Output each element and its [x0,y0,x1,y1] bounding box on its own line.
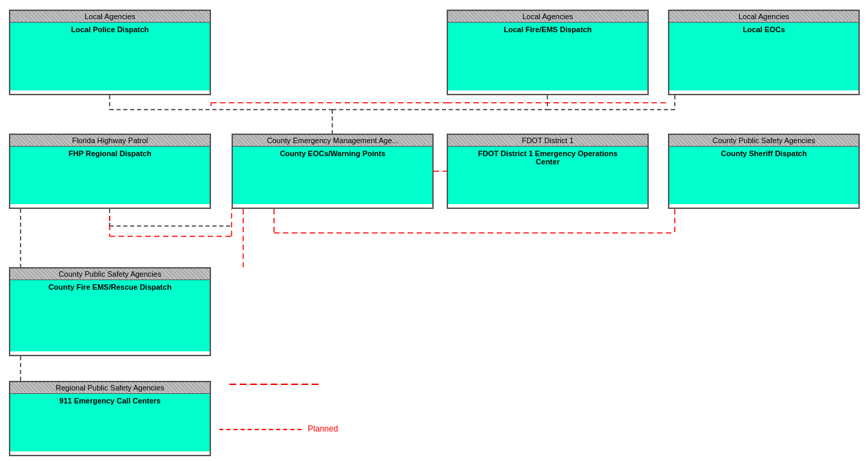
node-local-eocs-header: Local Agencies [669,11,858,23]
node-local-fire: Local Agencies Local Fire/EMS Dispatch [447,10,649,95]
node-local-fire-header: Local Agencies [448,11,647,23]
node-local-police-body: Local Police Dispatch [10,23,210,90]
node-local-eocs-body: Local EOCs [669,23,858,90]
node-fhp-body: FHP Regional Dispatch [10,147,210,204]
node-local-eocs: Local Agencies Local EOCs [668,10,860,95]
node-fhp: Florida Highway Patrol FHP Regional Disp… [9,134,211,209]
node-county-ema-body: County EOCs/Warning Points [233,147,432,204]
node-local-police: Local Agencies Local Police Dispatch [9,10,211,95]
node-regional-psa-body: 911 Emergency Call Centers [10,394,210,451]
node-county-psa-body: County Sheriff Dispatch [669,147,858,204]
node-regional-psa: Regional Public Safety Agencies 911 Emer… [9,381,211,456]
node-fhp-header: Florida Highway Patrol [10,135,210,147]
legend-line [219,429,301,430]
node-county-fire-body: County Fire EMS/Rescue Dispatch [10,280,210,351]
node-fdot: FDOT District 1 FDOT District 1 Emergenc… [447,134,649,209]
legend: Planned [219,424,338,434]
node-fdot-body: FDOT District 1 Emergency Operations Cen… [448,147,647,204]
node-regional-psa-header: Regional Public Safety Agencies [10,382,210,394]
node-local-police-header: Local Agencies [10,11,210,23]
node-county-psa: County Public Safety Agencies County She… [668,134,860,209]
node-county-psa-header: County Public Safety Agencies [669,135,858,147]
node-county-ema-header: County Emergency Management Age... [233,135,432,147]
node-county-fire-header: County Public Safety Agencies [10,269,210,280]
node-local-fire-body: Local Fire/EMS Dispatch [448,23,647,90]
node-fdot-header: FDOT District 1 [448,135,647,147]
node-county-ema: County Emergency Management Age... Count… [232,134,434,209]
diagram-container: Local Agencies Local Police Dispatch Loc… [0,0,868,461]
node-county-fire: County Public Safety Agencies County Fir… [9,267,211,356]
legend-label: Planned [308,424,338,434]
